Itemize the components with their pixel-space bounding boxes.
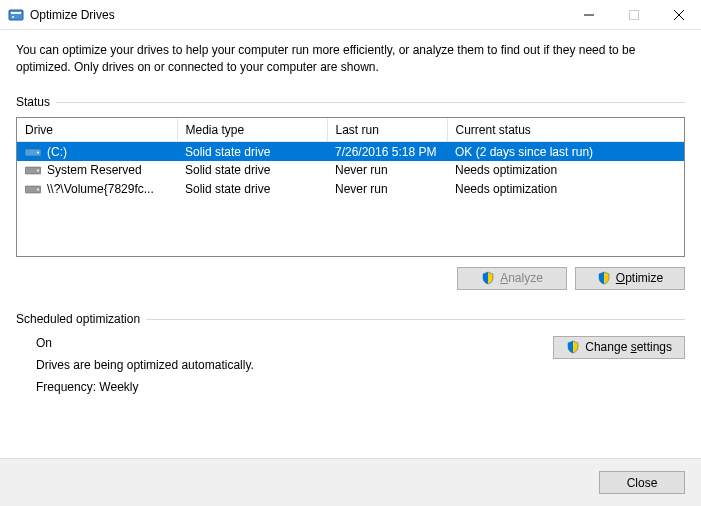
current-status: Needs optimization: [447, 180, 684, 199]
col-current[interactable]: Current status: [447, 118, 684, 142]
media-type: Solid state drive: [177, 142, 327, 161]
svg-point-2: [12, 16, 14, 18]
drive-icon: [25, 146, 41, 158]
drives-table[interactable]: Drive Media type Last run Current status…: [16, 117, 685, 257]
col-last[interactable]: Last run: [327, 118, 447, 142]
svg-point-8: [37, 151, 39, 153]
close-dialog-button[interactable]: Close: [599, 471, 685, 494]
media-type: Solid state drive: [177, 161, 327, 180]
svg-point-10: [37, 170, 39, 172]
media-type: Solid state drive: [177, 180, 327, 199]
optimize-label: Optimize: [616, 271, 663, 285]
status-label: Status: [16, 95, 50, 109]
shield-icon: [481, 271, 495, 285]
title-bar: Optimize Drives: [0, 0, 701, 30]
description-text: You can optimize your drives to help you…: [16, 42, 685, 77]
scheduled-section-header: Scheduled optimization: [16, 312, 685, 326]
scheduled-desc: Drives are being optimized automatically…: [36, 358, 553, 372]
scheduled-label: Scheduled optimization: [16, 312, 140, 326]
shield-icon: [597, 271, 611, 285]
current-status: OK (2 days since last run): [447, 142, 684, 161]
svg-point-12: [37, 189, 39, 191]
drive-name: \\?\Volume{7829fc...: [47, 182, 154, 196]
status-section-header: Status: [16, 95, 685, 109]
drive-icon: [25, 164, 41, 176]
optimize-button[interactable]: Optimize: [575, 267, 685, 290]
table-header-row: Drive Media type Last run Current status: [17, 118, 684, 142]
change-settings-button[interactable]: Change settings: [553, 336, 685, 359]
last-run: 7/26/2016 5:18 PM: [327, 142, 447, 161]
analyze-button[interactable]: Analyze: [457, 267, 567, 290]
window-title: Optimize Drives: [30, 8, 115, 22]
last-run: Never run: [327, 180, 447, 199]
svg-rect-0: [9, 10, 23, 20]
footer-bar: Close: [0, 458, 701, 506]
current-status: Needs optimization: [447, 161, 684, 180]
minimize-button[interactable]: [566, 0, 611, 30]
table-row[interactable]: System ReservedSolid state driveNever ru…: [17, 161, 684, 180]
last-run: Never run: [327, 161, 447, 180]
analyze-label: Analyze: [500, 271, 543, 285]
table-row[interactable]: \\?\Volume{7829fc...Solid state driveNev…: [17, 180, 684, 199]
shield-icon: [566, 340, 580, 354]
svg-rect-4: [629, 10, 638, 19]
drive-name: System Reserved: [47, 163, 142, 177]
app-icon: [8, 7, 24, 23]
svg-rect-1: [11, 12, 21, 14]
drive-name: (C:): [47, 145, 67, 159]
maximize-button[interactable]: [611, 0, 656, 30]
table-row[interactable]: (C:)Solid state drive7/26/2016 5:18 PMOK…: [17, 142, 684, 161]
scheduled-freq: Frequency: Weekly: [36, 380, 553, 394]
change-settings-label: Change settings: [585, 340, 672, 354]
col-media[interactable]: Media type: [177, 118, 327, 142]
drive-icon: [25, 183, 41, 195]
scheduled-on: On: [36, 336, 553, 350]
col-drive[interactable]: Drive: [17, 118, 177, 142]
close-button[interactable]: [656, 0, 701, 30]
